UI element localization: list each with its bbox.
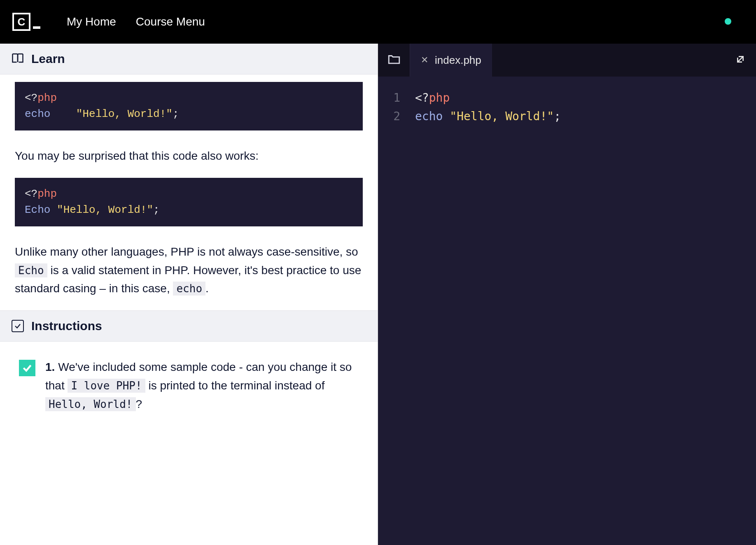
- nav-my-home[interactable]: My Home: [67, 15, 116, 28]
- tab-index-php[interactable]: ✕ index.php: [410, 44, 492, 77]
- topbar: C My Home Course Menu: [0, 0, 756, 44]
- lesson-scroll[interactable]: <?php echo "Hello, World!"; You may be s…: [0, 75, 378, 545]
- editor-tabs: ✕ index.php: [378, 44, 756, 77]
- code-token: [50, 108, 76, 120]
- logo-letter: C: [12, 13, 30, 31]
- instruction-1: 1.We've included some sample code - can …: [0, 342, 378, 422]
- check-outline-icon: [12, 320, 24, 332]
- expand-icon: [734, 60, 747, 67]
- line-number: 1: [378, 89, 400, 107]
- code-editor[interactable]: 1 2 <?php echo "Hello, World!";: [378, 77, 756, 126]
- book-icon: [12, 52, 24, 66]
- code-sample-2: <?php Echo "Hello, World!";: [15, 178, 363, 226]
- lesson-paragraph-1: You may be surprised that this code also…: [15, 147, 363, 165]
- instructions-header: Instructions: [0, 310, 378, 342]
- line-gutter: 1 2: [378, 89, 407, 126]
- instructions-title: Instructions: [31, 319, 102, 333]
- code-token: <?: [25, 92, 37, 104]
- text: ?: [136, 398, 142, 410]
- status-indicator-icon: [725, 18, 731, 25]
- code-token: echo: [415, 109, 450, 123]
- learn-header: Learn: [0, 44, 378, 75]
- code-token: <?: [415, 91, 429, 105]
- code-token: <?: [25, 188, 37, 200]
- inline-code-target: I love PHP!: [68, 379, 145, 393]
- line-number: 2: [378, 107, 400, 126]
- code-token: ;: [173, 108, 179, 120]
- instruction-number: 1.: [45, 361, 55, 373]
- code-token: ;: [554, 109, 561, 123]
- tab-filename: index.php: [435, 54, 481, 67]
- editor-pane: ✕ index.php 1 2 <?php echo "Hello, World…: [378, 44, 756, 545]
- code-token: ;: [153, 204, 160, 216]
- code-token: php: [37, 188, 57, 200]
- code-token: "Hello, World!": [450, 109, 554, 123]
- lesson-paragraph-2: Unlike many other languages, PHP is not …: [15, 243, 363, 298]
- logo-underscore-icon: [33, 26, 40, 29]
- instruction-1-text: 1.We've included some sample code - can …: [45, 358, 363, 413]
- code-token: php: [37, 92, 57, 104]
- code-sample-1: <?php echo "Hello, World!";: [15, 82, 363, 130]
- code-lines: <?php echo "Hello, World!";: [407, 89, 561, 126]
- nav-links: My Home Course Menu: [67, 15, 205, 28]
- code-token: php: [429, 91, 450, 105]
- lesson-pane: Learn <?php echo "Hello, World!"; You ma…: [0, 44, 378, 545]
- text: .: [205, 282, 209, 295]
- folder-icon: [387, 52, 401, 68]
- code-line-2: echo "Hello, World!";: [415, 107, 561, 126]
- main-split: Learn <?php echo "Hello, World!"; You ma…: [0, 44, 756, 545]
- inline-code-echo-lower: echo: [173, 282, 205, 296]
- file-browser-button[interactable]: [378, 44, 410, 77]
- nav-course-menu[interactable]: Course Menu: [136, 15, 205, 28]
- lesson-content: <?php echo "Hello, World!"; You may be s…: [0, 82, 378, 298]
- text: is printed to the terminal instead of: [145, 379, 325, 392]
- code-token: echo: [25, 108, 50, 120]
- close-tab-icon[interactable]: ✕: [421, 55, 428, 65]
- instruction-check-icon: [19, 360, 35, 376]
- learn-title: Learn: [31, 52, 65, 66]
- logo[interactable]: C: [12, 12, 42, 32]
- text: Unlike many other languages, PHP is not …: [15, 245, 358, 258]
- code-token: Echo: [25, 204, 50, 216]
- inline-code-echo-cap: Echo: [15, 263, 47, 277]
- expand-editor-button[interactable]: [734, 53, 747, 68]
- code-token: "Hello, World!": [57, 204, 153, 216]
- code-token: "Hello, World!": [76, 108, 173, 120]
- code-line-1: <?php: [415, 89, 561, 107]
- inline-code-original: Hello, World!: [45, 397, 136, 411]
